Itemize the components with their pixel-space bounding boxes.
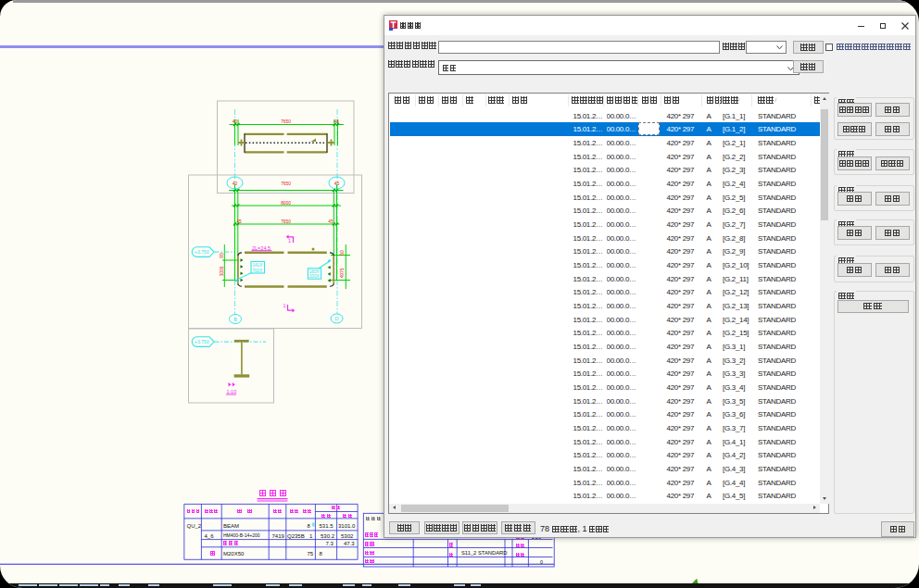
svg-text:75: 75 — [308, 551, 314, 557]
svg-text:1: 1 — [309, 533, 313, 539]
svg-text:45: 45 — [334, 181, 340, 186]
svg-text:5302: 5302 — [341, 533, 354, 539]
svg-text:D: D — [335, 316, 339, 321]
svg-text:1: 1 — [283, 303, 286, 308]
svg-text:3035: 3035 — [220, 266, 224, 276]
svg-text:1: 1 — [288, 238, 291, 244]
svg-text:7.3: 7.3 — [326, 541, 334, 546]
svg-text:2L=24.5: 2L=24.5 — [252, 245, 271, 251]
svg-text:+3.750: +3.750 — [195, 339, 209, 344]
svg-text:3101.0: 3101.0 — [338, 523, 356, 529]
svg-text:HM400-B-14+200: HM400-B-14+200 — [223, 532, 260, 538]
svg-text:B: B — [233, 317, 237, 322]
svg-text:47.3: 47.3 — [344, 541, 355, 546]
svg-text:Q235B: Q235B — [287, 533, 305, 539]
svg-text:4975: 4975 — [340, 268, 345, 278]
svg-text:S11_2 STANDARD: S11_2 STANDARD — [461, 550, 507, 556]
svg-text:60: 60 — [340, 250, 345, 256]
svg-text:7419: 7419 — [272, 533, 285, 539]
svg-text:530.2: 530.2 — [321, 533, 335, 539]
svg-text:0: 0 — [540, 559, 543, 565]
svg-text:45: 45 — [236, 219, 242, 224]
svg-text:8: 8 — [308, 523, 311, 529]
svg-text:7650: 7650 — [281, 219, 291, 224]
svg-text:7650: 7650 — [281, 119, 291, 124]
svg-text:200X: 200X — [309, 274, 320, 279]
svg-text:8000: 8000 — [281, 201, 291, 206]
svg-text:7650: 7650 — [281, 181, 291, 186]
svg-text:4_6: 4_6 — [205, 533, 215, 539]
svg-text:+3.750: +3.750 — [195, 249, 209, 255]
svg-text:40: 40 — [233, 181, 238, 186]
svg-text:BEAM: BEAM — [223, 523, 239, 529]
svg-text:QU_2: QU_2 — [187, 523, 202, 529]
svg-text:141X: 141X — [253, 263, 263, 268]
svg-text:1:10: 1:10 — [227, 389, 237, 394]
svg-text:40: 40 — [334, 119, 339, 124]
svg-text:M20X50: M20X50 — [223, 551, 245, 557]
svg-text:700X: 700X — [253, 269, 263, 273]
svg-text:45: 45 — [328, 219, 334, 224]
svg-text:90: 90 — [220, 253, 224, 258]
svg-text:40: 40 — [233, 119, 238, 124]
svg-text:531.5: 531.5 — [320, 523, 334, 529]
svg-text:160X: 160X — [309, 269, 320, 274]
svg-text:8: 8 — [320, 551, 323, 557]
